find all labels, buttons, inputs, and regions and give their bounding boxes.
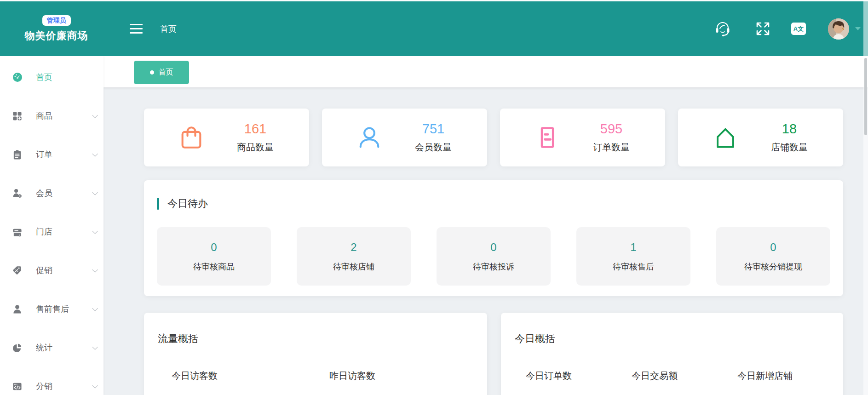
order-doc-icon [534,124,561,151]
stat-card-members: 751 会员数量 [322,109,487,166]
sidebar-item-statistics[interactable]: 统计 [0,328,103,367]
chevron-down-icon [92,344,98,350]
role-badge: 管理员 [42,15,71,26]
todo-value: 0 [770,241,776,254]
today-col-orders: 今日订单数 0 [526,370,632,395]
sidebar-item-label: 统计 [36,342,52,353]
user-icon [356,124,383,151]
fullscreen-icon[interactable] [756,22,770,36]
summary-row: 流量概括 今日访客数 0 昨日访客数 0 今日概括 [144,313,843,395]
stat-cards-row: 161 商品数量 751 会员数量 [144,109,843,166]
stat-value: 18 [764,121,815,137]
todo-label: 待审核分销提现 [744,261,802,272]
stat-value: 595 [586,121,637,137]
todo-item-pending-withdrawals[interactable]: 0 待审核分销提现 [716,227,830,286]
today-value: 0 [526,393,632,395]
stat-card-orders: 595 订单数量 [500,109,665,166]
today-title: 今日概括 [501,332,843,346]
header-icons: A文 [713,18,861,40]
sidebar-item-label: 促销 [36,265,52,276]
sidebar-item-service[interactable]: 售前售后 [0,290,103,328]
traffic-summary-card: 流量概括 今日访客数 0 昨日访客数 0 [144,313,487,395]
chevron-down-icon [92,112,98,118]
todo-label: 待审核店铺 [333,261,374,272]
sidebar-item-promotions[interactable]: 促销 [0,251,103,290]
todo-label: 待审核售后 [613,261,654,272]
todo-section: 今日待办 0 待审核商品 2 待审核店铺 0 待审核投诉 [144,180,843,296]
sidebar-item-label: 订单 [36,149,52,160]
chevron-down-icon [92,151,98,157]
chevron-down-icon [92,189,98,195]
breadcrumb[interactable]: 首页 [160,23,177,34]
today-value: ¥0 [632,393,737,395]
todo-row: 0 待审核商品 2 待审核店铺 0 待审核投诉 1 待审核售后 [157,227,830,286]
todo-item-pending-complaints[interactable]: 0 待审核投诉 [437,227,551,286]
todo-item-pending-products[interactable]: 0 待审核商品 [157,227,271,286]
sidebar-item-orders[interactable]: 订单 [0,135,103,174]
page-scrollbar [863,0,868,395]
store-icon [12,227,23,237]
today-summary-card: 今日概括 今日订单数 0 今日交易额 ¥0 今日新增店铺 0 [501,313,843,395]
today-col-transactions: 今日交易额 ¥0 [632,370,737,395]
brand-area: 管理员 物美价廉商场 [0,15,103,43]
sidebar-item-distribution[interactable]: 分销 [0,367,103,395]
traffic-col-yesterday: 昨日访客数 0 [329,370,487,395]
stat-value: 751 [408,121,459,137]
chevron-down-icon [92,305,98,311]
tab-bar: 首页 [103,56,868,87]
todo-item-pending-aftersales[interactable]: 1 待审核售后 [576,227,690,286]
sidebar-item-label: 分销 [36,381,52,392]
main-area: 首页 161 商品数量 [103,56,868,395]
orders-icon [12,149,23,160]
app-header: 管理员 物美价廉商场 首页 A文 [0,1,868,56]
stat-label: 商品数量 [230,141,281,154]
sidebar-item-stores[interactable]: 门店 [0,212,103,251]
distribution-icon [12,381,23,391]
stat-label: 订单数量 [586,141,637,154]
todo-label: 待审核投诉 [473,261,514,272]
dashboard-content: 161 商品数量 751 会员数量 [103,87,868,395]
sidebar-item-products[interactable]: 商品 [0,97,103,135]
today-value: 0 [737,393,843,395]
today-col-new-shops: 今日新增店铺 0 [737,370,843,395]
brand-title: 物美价廉商场 [25,29,88,43]
title-accent-bar [157,198,159,210]
service-icon [12,304,23,314]
sidebar: 首页 商品 订 [0,56,103,395]
hamburger-icon[interactable] [130,21,143,36]
tab-label: 首页 [159,68,173,77]
todo-value: 2 [351,241,356,254]
traffic-col-today: 今日访客数 0 [172,370,329,395]
todo-item-pending-shops[interactable]: 2 待审核店铺 [297,227,411,286]
shopping-bag-icon [178,124,205,151]
stat-label: 会员数量 [408,141,459,154]
chevron-down-icon [92,228,98,234]
todo-value: 0 [211,241,217,254]
stat-value: 161 [230,121,281,137]
chevron-down-icon [92,267,98,273]
user-avatar[interactable] [828,18,849,40]
active-tab-dot-icon [150,70,154,74]
members-icon [12,188,23,198]
traffic-value: 0 [329,393,487,395]
customer-service-icon[interactable] [713,20,732,38]
todo-label: 待审核商品 [193,261,235,272]
sidebar-item-label: 门店 [36,226,52,237]
sidebar-item-label: 首页 [36,72,52,83]
traffic-title: 流量概括 [144,332,487,346]
sidebar-item-home[interactable]: 首页 [0,58,103,97]
sidebar-item-members[interactable]: 会员 [0,174,103,212]
statistics-icon [12,343,23,353]
todo-title: 今日待办 [167,197,208,211]
scrollbar-thumb[interactable] [864,58,867,135]
todo-value: 0 [490,241,496,254]
shop-house-icon [712,124,739,151]
products-icon [12,111,23,121]
translate-icon[interactable]: A文 [791,23,806,35]
sidebar-item-label: 商品 [36,110,52,121]
traffic-value: 0 [172,393,329,395]
caret-down-icon[interactable] [855,27,861,30]
todo-value: 1 [630,241,636,254]
sidebar-item-label: 会员 [36,188,52,199]
tab-home[interactable]: 首页 [134,61,189,84]
